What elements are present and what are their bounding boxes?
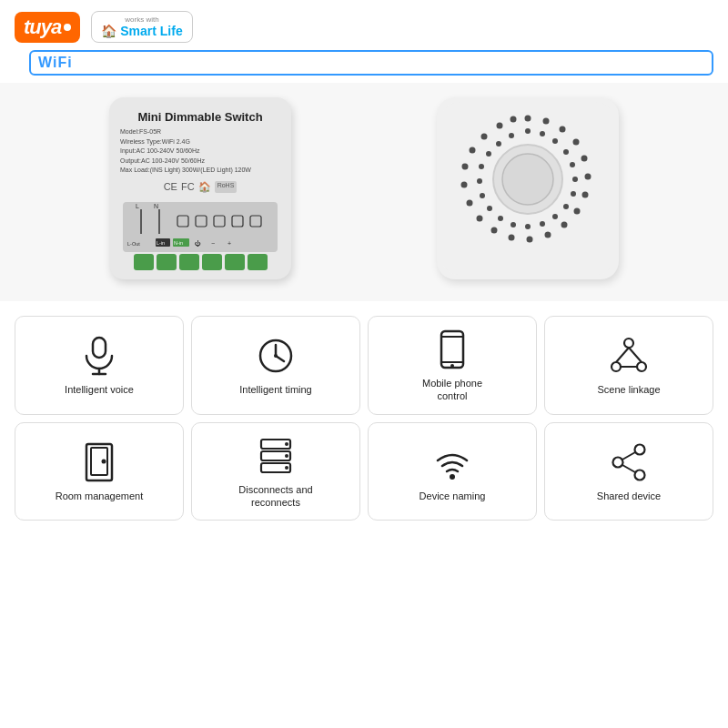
- feature-intelligent-voice: Intelligent voice: [15, 316, 184, 415]
- svg-point-51: [525, 224, 531, 229]
- header: tuya works with 🏠 Smart Life: [0, 0, 728, 43]
- terminal-1: [134, 254, 154, 270]
- phone-icon: [440, 329, 465, 369]
- switch-specs: Model:FS-05R Wireless Type:WiFi 2.4G Inp…: [120, 127, 280, 176]
- svg-point-75: [612, 362, 621, 371]
- svg-point-73: [450, 364, 454, 368]
- svg-point-40: [511, 116, 517, 123]
- feature-label-room-management: Room management: [56, 490, 144, 502]
- fc-icon: FC: [181, 181, 195, 193]
- svg-point-88: [285, 466, 288, 470]
- terminal-2: [157, 254, 177, 270]
- svg-point-30: [527, 237, 533, 243]
- works-with-label: works with: [125, 15, 158, 24]
- smart-life-badge: works with 🏠 Smart Life: [91, 11, 192, 43]
- svg-line-94: [622, 465, 635, 472]
- svg-point-25: [585, 174, 592, 180]
- svg-point-38: [481, 134, 488, 140]
- svg-point-39: [497, 123, 503, 129]
- terminal-5: [225, 254, 245, 270]
- share-icon: [611, 442, 647, 482]
- svg-point-52: [511, 222, 516, 228]
- svg-point-57: [479, 164, 484, 169]
- product-area: Mini Dimmable Switch Model:FS-05R Wirele…: [0, 83, 728, 301]
- svg-text:−: −: [211, 240, 215, 247]
- svg-point-34: [467, 200, 473, 207]
- svg-point-91: [613, 457, 623, 467]
- svg-point-33: [477, 216, 483, 222]
- mic-icon: [83, 336, 116, 376]
- svg-point-82: [102, 459, 106, 463]
- terminal-3: [179, 254, 199, 270]
- svg-point-35: [461, 182, 468, 188]
- svg-point-27: [574, 208, 581, 215]
- feature-room-management: Room management: [15, 422, 184, 521]
- svg-point-87: [285, 454, 288, 458]
- wifi-label: WiFi: [38, 55, 73, 70]
- svg-line-78: [629, 348, 642, 362]
- svg-line-93: [622, 452, 635, 460]
- svg-point-36: [462, 164, 469, 170]
- svg-point-20: [525, 116, 531, 122]
- svg-point-28: [561, 222, 568, 228]
- svg-text:L: L: [136, 203, 139, 209]
- wifi-label-icon: [432, 442, 472, 482]
- svg-point-43: [552, 138, 558, 144]
- svg-point-44: [563, 149, 569, 155]
- wiring-diagram: L N L-Out L-in L-in N-in ⏻ − +: [123, 202, 278, 252]
- svg-point-54: [487, 206, 492, 211]
- feature-label-device-naming: Device naming: [420, 490, 486, 502]
- svg-point-23: [573, 139, 580, 146]
- wiring-section: L N L-Out L-in L-in N-in ⏻ − +: [109, 202, 291, 270]
- feature-disconnects-reconnects: Disconnects andreconnects: [191, 422, 360, 521]
- feature-label-intelligent-voice: Intelligent voice: [65, 383, 134, 396]
- svg-point-26: [582, 192, 589, 198]
- door-icon: [83, 442, 116, 482]
- svg-line-77: [616, 348, 629, 362]
- svg-text:N-in: N-in: [174, 240, 183, 246]
- feature-label-scene-linkage: Scene linkage: [597, 383, 660, 396]
- feature-label-intelligent-timing: Intelligent timing: [239, 383, 312, 396]
- smart-life-label: Smart Life: [120, 24, 182, 38]
- svg-point-90: [635, 444, 645, 454]
- svg-point-89: [450, 474, 455, 480]
- svg-text:L-Out: L-Out: [127, 241, 140, 247]
- svg-point-49: [552, 214, 558, 219]
- certifications: CE FC 🏠 RoHS: [164, 181, 238, 193]
- svg-text:N: N: [154, 203, 158, 209]
- svg-point-58: [486, 151, 491, 157]
- svg-point-55: [480, 193, 485, 198]
- svg-point-47: [571, 191, 576, 197]
- feature-device-naming: Device naming: [368, 422, 537, 521]
- svg-point-92: [635, 470, 645, 480]
- feature-intelligent-timing: Intelligent timing: [191, 316, 360, 415]
- rohs-label: RoHS: [215, 181, 238, 193]
- svg-point-59: [496, 141, 501, 147]
- tuya-logo: tuya: [15, 12, 80, 43]
- speaker-device: [437, 97, 619, 279]
- svg-point-56: [477, 178, 482, 184]
- terminal-block: [134, 254, 268, 270]
- switch-title: Mini Dimmable Switch: [137, 110, 262, 124]
- feature-label-mobile-phone-control: Mobile phonecontrol: [422, 377, 482, 403]
- svg-rect-63: [93, 338, 106, 358]
- svg-point-32: [491, 228, 498, 234]
- svg-point-62: [502, 154, 553, 205]
- ce-icon: CE: [164, 181, 177, 193]
- svg-point-45: [570, 162, 575, 167]
- svg-point-31: [509, 235, 515, 241]
- feature-label-disconnects-reconnects: Disconnects andreconnects: [238, 483, 312, 510]
- terminal-4: [202, 254, 222, 270]
- tuya-label: tuya: [24, 15, 61, 39]
- clock-icon: [258, 336, 294, 376]
- svg-point-60: [509, 133, 514, 138]
- svg-text:L-in: L-in: [157, 240, 165, 246]
- svg-text:+: +: [228, 240, 231, 247]
- server-icon: [256, 436, 296, 476]
- wifi-section: WiFi: [0, 43, 728, 83]
- svg-point-22: [560, 126, 566, 133]
- svg-point-50: [540, 221, 545, 227]
- svg-point-21: [543, 118, 550, 125]
- feature-scene-linkage: Scene linkage: [544, 316, 713, 415]
- wifi-badge: WiFi: [29, 50, 713, 76]
